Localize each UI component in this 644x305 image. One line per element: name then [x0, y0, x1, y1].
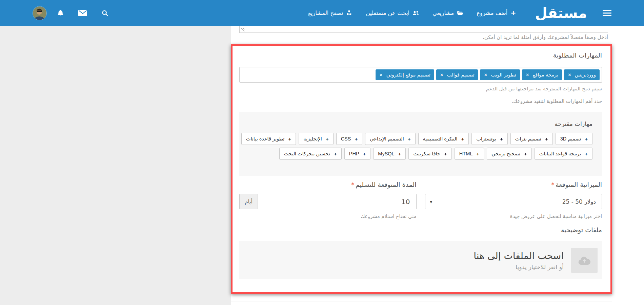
suggested-skills-row-1: + تصميم 3D + تصميم بنرات + بوتستراب + ال… [249, 133, 592, 145]
suggested-skill-label: تطوير قاعدة بيانات [246, 136, 285, 141]
suggested-skill-button[interactable]: + تحسين محركات البحث [279, 148, 342, 160]
bell-icon[interactable] [57, 9, 64, 17]
mail-icon[interactable] [78, 10, 87, 16]
nav-browse-projects-label: تصفح المشاريع [308, 10, 343, 16]
resize-handle-icon[interactable] [241, 28, 244, 31]
suggested-skill-label: تصميم 3D [560, 136, 581, 141]
nav-find-freelancers[interactable]: ابحث عن مستقلين [366, 10, 419, 16]
remove-tag-icon[interactable]: ✕ [379, 73, 383, 77]
dropzone-title: اسحب الملفات إلى هنا [474, 250, 564, 261]
suggested-skill-button[interactable]: + تصميم بنرات [510, 133, 553, 145]
duration-label: المدة المتوقعة للتسليم* [239, 181, 417, 188]
skill-tag[interactable]: برمجة مواقع ✕ [522, 69, 562, 80]
duration-unit-addon: أيام [239, 194, 258, 209]
skill-tag[interactable]: تصميم قوالب ✕ [436, 69, 478, 80]
logo[interactable]: مستقل [535, 0, 587, 26]
suggested-skill-button[interactable]: + تطوير قاعدة بيانات [241, 133, 296, 145]
suggested-skill-button[interactable]: + التصميم الإبداعي [365, 133, 415, 145]
suggested-skill-button[interactable]: + جافا سكريبت [408, 148, 451, 160]
suggested-skill-button[interactable]: + تصحيح برمجي [487, 148, 532, 160]
plus-icon: + [476, 151, 479, 156]
plus-icon: + [461, 136, 464, 141]
menu-icon[interactable] [603, 10, 611, 16]
budget-select[interactable]: 25 - 50 دولار ▾ [425, 194, 602, 209]
folder-icon [457, 10, 463, 16]
avatar[interactable] [33, 6, 47, 20]
suggested-skill-button[interactable]: + MySQL [373, 148, 406, 160]
dropzone-subtitle: أو انقر للاختيار يدويا [474, 264, 564, 270]
suggested-skill-label: جافا سكريبت [413, 151, 440, 156]
plus-icon: + [363, 151, 366, 156]
suggested-skill-button[interactable]: + PHP [344, 148, 371, 160]
skill-tag[interactable]: تطوير الويب ✕ [480, 69, 520, 80]
skill-tag-label: تطوير الويب [491, 72, 516, 78]
budget-column: الميزانية المتوقعة* 25 - 50 دولار ▾ اختر… [425, 181, 602, 219]
skills-heading: المهارات المطلوبة [553, 51, 602, 59]
suggested-skill-label: HTML [459, 151, 472, 156]
budget-label: الميزانية المتوقعة* [425, 181, 602, 188]
skill-tag-label: برمجة مواقع [533, 72, 558, 78]
remove-tag-icon[interactable]: ✕ [526, 73, 529, 77]
search-icon[interactable] [101, 9, 109, 17]
suggested-skills-row-2: + برمجة قواعد البيانات + تصحيح برمجي + H… [249, 148, 592, 160]
next-section-divider [231, 302, 612, 305]
suggested-skill-button[interactable]: + برمجة قواعد البيانات [535, 148, 592, 160]
suggested-skills-heading: مهارات مقترحة [249, 121, 592, 127]
plus-icon: + [545, 136, 548, 141]
plus-icon: + [444, 151, 447, 156]
skills-review-note: سيتم دمج المهارات المقترحة بعد مراجعتها … [486, 86, 602, 91]
page: { "icons": { "plus": "+", "close": "✕", … [0, 0, 644, 305]
file-dropzone[interactable]: اسحب الملفات إلى هنا أو انقر للاختيار يد… [239, 241, 602, 279]
budget-helper: اختر ميزانية مناسبة لتحصل على عروض جيدة [425, 214, 602, 219]
cubes-icon [346, 10, 352, 16]
suggested-skill-button[interactable]: + الفكرة التصميمية [418, 133, 469, 145]
suggested-skill-label: MySQL [378, 151, 394, 156]
suggested-skill-label: الفكرة التصميمية [423, 136, 458, 141]
files-heading: ملفات توضيحية [561, 226, 602, 234]
budget-select-value: 25 - 50 دولار [562, 198, 596, 205]
plus-icon: + [288, 136, 291, 141]
remove-tag-icon[interactable]: ✕ [568, 73, 571, 77]
plus-icon: + [585, 151, 588, 156]
suggested-skill-button[interactable]: + الإنجليزية [299, 133, 333, 145]
cloud-upload-icon [578, 256, 590, 265]
nav-find-freelancers-label: ابحث عن مستقلين [366, 10, 409, 16]
suggested-skill-label: تحسين محركات البحث [284, 151, 330, 156]
suggested-skill-button[interactable]: + تصميم 3D [556, 133, 592, 145]
plus-icon: + [326, 136, 329, 141]
duration-input[interactable] [258, 194, 417, 209]
plus-icon: + [524, 151, 527, 156]
skill-tag-label: تصميم قوالب [447, 72, 475, 78]
suggested-skill-button[interactable]: + HTML [455, 148, 484, 160]
suggested-skill-label: التصميم الإبداعي [370, 136, 404, 141]
navbar: مستقل + أضف مشروع مشاريعي ابحث عن مستقلي… [0, 0, 644, 26]
duration-input-group: أيام [239, 194, 417, 209]
users-icon [412, 10, 419, 16]
skill-tag[interactable]: تصميم موقع إلكتروني ✕ [376, 69, 434, 80]
skill-tag[interactable]: ووردبريس ✕ [564, 69, 600, 80]
nav-my-projects[interactable]: مشاريعي [432, 10, 463, 16]
remove-tag-icon[interactable]: ✕ [484, 73, 487, 77]
nav-browse-projects[interactable]: تصفح المشاريع [308, 10, 352, 16]
skills-tags-input[interactable]: ووردبريس ✕ برمجة مواقع ✕ تطوير الويب ✕ ت… [239, 67, 602, 83]
remove-tag-icon[interactable]: ✕ [440, 73, 444, 77]
plus-icon: + [334, 151, 337, 156]
suggested-skill-label: PHP [349, 151, 359, 156]
plus-icon: + [500, 136, 503, 141]
plus-icon: + [510, 10, 516, 16]
chevron-down-icon: ▾ [430, 199, 432, 204]
duration-helper: متى تحتاج استلام مشروعك [239, 214, 417, 219]
plus-icon: + [355, 136, 358, 141]
required-asterisk: * [351, 181, 354, 188]
suggested-skill-label: تصحيح برمجي [491, 151, 520, 156]
budget-label-text: الميزانية المتوقعة [556, 181, 602, 188]
suggested-skill-button[interactable]: + بوتستراب [471, 133, 507, 145]
suggested-skill-button[interactable]: + CSS [336, 133, 363, 145]
dropzone-texts: اسحب الملفات إلى هنا أو انقر للاختيار يد… [474, 250, 564, 270]
nav-add-project[interactable]: + أضف مشروع [477, 10, 516, 16]
skill-tag-label: ووردبريس [575, 72, 596, 78]
plus-icon: + [398, 151, 401, 156]
budget-duration-row: الميزانية المتوقعة* 25 - 50 دولار ▾ اختر… [239, 181, 602, 219]
suggested-skill-label: الإنجليزية [303, 136, 322, 141]
nav-my-projects-label: مشاريعي [432, 10, 454, 16]
